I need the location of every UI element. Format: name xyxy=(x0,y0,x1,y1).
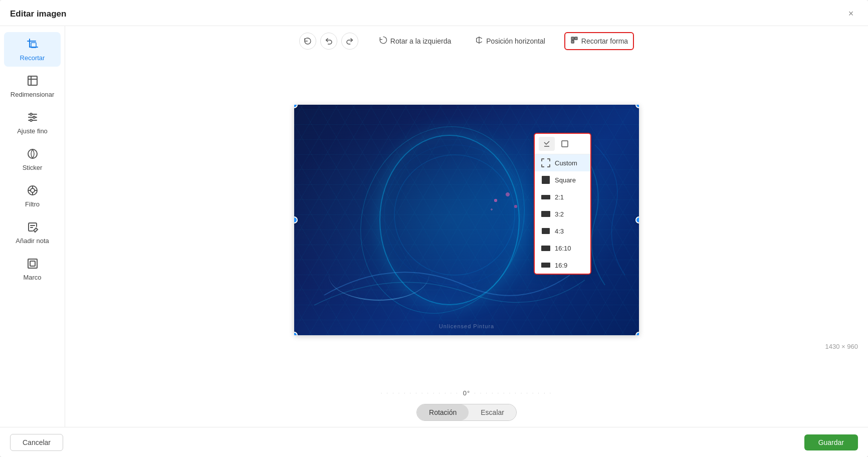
dropdown-item-32[interactable]: 3:2 xyxy=(535,205,590,222)
ratio-21-icon xyxy=(541,192,551,202)
dropdown-header xyxy=(535,134,590,154)
action-buttons: Rotar a la izquierda Posición horizontal xyxy=(374,32,634,50)
note-icon xyxy=(26,220,40,234)
ratio-43-label: 4:3 xyxy=(555,227,564,235)
dialog-header: Editar imagen × xyxy=(0,0,868,26)
crop-shape-label: Recortar forma xyxy=(581,37,628,45)
ratio-169-icon xyxy=(541,260,551,270)
sidebar-label-sticker: Sticker xyxy=(23,164,43,171)
dropdown-item-custom[interactable]: Custom xyxy=(535,154,590,171)
ratio-43-icon xyxy=(541,226,551,236)
svg-rect-19 xyxy=(571,37,574,40)
ratio-21-label: 2:1 xyxy=(555,193,564,201)
sticker-icon xyxy=(26,147,40,161)
filter-icon xyxy=(26,183,40,197)
svg-rect-21 xyxy=(571,41,574,43)
mode-tab-group: Rotación Escalar xyxy=(416,404,517,421)
svg-point-6 xyxy=(33,116,35,118)
ratio-1610-icon xyxy=(541,243,551,253)
angle-strip: · · · · · · · · · · · · · · 0° · · · · ·… xyxy=(65,384,868,400)
crop-shape-icon xyxy=(570,36,578,46)
dropdown-tab-list[interactable] xyxy=(539,137,555,151)
ratio-1610-label: 16:10 xyxy=(555,245,571,252)
custom-label: Custom xyxy=(555,159,577,167)
svg-rect-17 xyxy=(28,259,37,268)
svg-point-10 xyxy=(31,188,35,192)
cancel-button[interactable]: Cancelar xyxy=(10,434,63,451)
sidebar-item-marco[interactable]: Marco xyxy=(4,252,61,286)
rotate-left-button[interactable]: Rotar a la izquierda xyxy=(374,33,456,49)
image-dimensions: 1430 × 960 xyxy=(825,343,858,350)
angle-dots-left: · · · · · · · · · · · · · · xyxy=(381,390,459,396)
svg-point-5 xyxy=(30,113,32,115)
sidebar-label-redimensionar: Redimensionar xyxy=(11,91,54,98)
sidebar-item-filtro[interactable]: Filtro xyxy=(4,178,61,213)
svg-rect-1 xyxy=(28,76,37,85)
dropdown-item-169[interactable]: 16:9 xyxy=(535,257,590,274)
svg-rect-25 xyxy=(562,141,568,147)
svg-rect-18 xyxy=(30,261,35,266)
resize-icon xyxy=(26,74,40,88)
dropdown-item-43[interactable]: 4:3 xyxy=(535,222,590,240)
ratio-169-label: 16:9 xyxy=(555,262,567,269)
crop-handle-middle-right[interactable] xyxy=(635,216,639,223)
square-label: Square xyxy=(555,176,576,184)
sidebar-item-redimensionar[interactable]: Redimensionar xyxy=(4,69,61,103)
sidebar: Recortar Redimensionar xyxy=(0,26,65,427)
svg-point-7 xyxy=(30,119,32,121)
watermark: Unlicensed Pintura xyxy=(439,323,494,329)
canvas-area: Unlicensed Pintura xyxy=(65,55,868,384)
ratio-32-label: 3:2 xyxy=(555,210,564,218)
sidebar-item-ajuste[interactable]: Ajuste fino xyxy=(4,105,61,140)
sidebar-label-ajuste: Ajuste fino xyxy=(17,127,48,135)
svg-point-23 xyxy=(384,145,525,285)
dropdown-tab-grid[interactable] xyxy=(557,137,573,151)
main-area: Rotar a la izquierda Posición horizontal xyxy=(65,26,868,427)
flip-icon xyxy=(475,36,483,46)
edit-image-dialog: Editar imagen × Recortar xyxy=(0,0,868,457)
svg-rect-20 xyxy=(574,37,577,40)
ratio-32-icon xyxy=(541,209,551,219)
scale-tab[interactable]: Escalar xyxy=(469,404,516,420)
history-back2-button[interactable] xyxy=(299,33,316,50)
rotate-left-label: Rotar a la izquierda xyxy=(390,37,451,45)
save-button[interactable]: Guardar xyxy=(804,434,858,450)
sidebar-item-nota[interactable]: Añadir nota xyxy=(4,215,61,250)
redo-button[interactable] xyxy=(341,33,358,50)
dialog-footer: Cancelar Guardar xyxy=(0,427,868,457)
dialog-title: Editar imagen xyxy=(10,9,66,19)
toolbar-row: Rotar a la izquierda Posición horizontal xyxy=(299,32,634,50)
sidebar-label-marco: Marco xyxy=(23,274,41,281)
dropdown-item-square[interactable]: Square xyxy=(535,171,590,188)
dialog-body: Recortar Redimensionar xyxy=(0,26,868,427)
flip-button[interactable]: Posición horizontal xyxy=(470,33,550,49)
undo-button[interactable] xyxy=(320,33,337,50)
dropdown-item-21[interactable]: 2:1 xyxy=(535,188,590,205)
crop-shape-button[interactable]: Recortar forma xyxy=(564,32,634,50)
rotation-tab[interactable]: Rotación xyxy=(417,404,469,420)
crop-icon xyxy=(26,37,40,51)
sidebar-label-recortar: Recortar xyxy=(20,54,45,62)
dropdown-item-1610[interactable]: 16:10 xyxy=(535,240,590,257)
close-button[interactable]: × xyxy=(844,7,858,21)
sidebar-item-recortar[interactable]: Recortar xyxy=(4,32,61,67)
sidebar-item-sticker[interactable]: Sticker xyxy=(4,142,61,176)
angle-value: 0° xyxy=(463,389,470,397)
frame-icon xyxy=(26,257,40,271)
square-icon xyxy=(541,175,551,185)
bottom-controls: Rotación Escalar xyxy=(416,400,517,427)
custom-icon xyxy=(541,158,551,168)
sidebar-label-filtro: Filtro xyxy=(25,200,40,208)
sliders-icon xyxy=(26,110,40,124)
svg-point-22 xyxy=(394,155,515,275)
flip-label: Posición horizontal xyxy=(486,37,545,45)
svg-point-8 xyxy=(28,149,37,158)
rotate-left-icon xyxy=(379,36,387,46)
sidebar-label-nota: Añadir nota xyxy=(16,237,49,245)
crop-shape-dropdown: Custom Square 2:1 xyxy=(534,133,591,275)
angle-dots-right: · · · · · · · · · · · · · · xyxy=(474,390,552,396)
history-buttons xyxy=(299,33,358,50)
